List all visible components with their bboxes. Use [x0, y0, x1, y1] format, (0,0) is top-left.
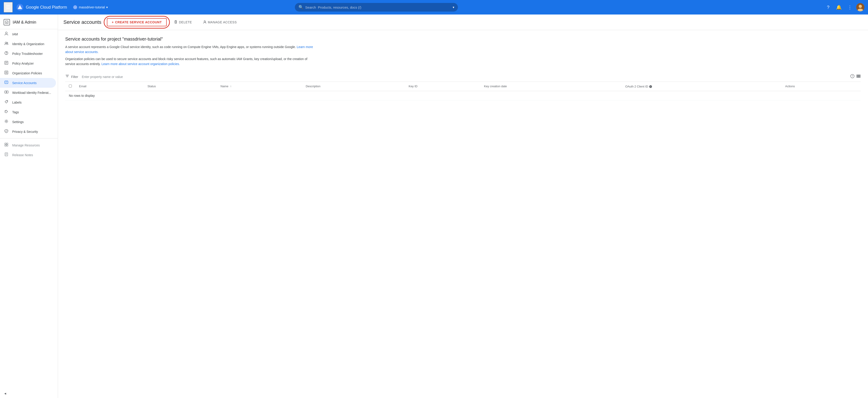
manage-access-button-label: MANAGE ACCESS [208, 20, 237, 24]
manage-access-button[interactable]: MANAGE ACCESS [199, 18, 241, 26]
create-service-account-button[interactable]: + CREATE SERVICE ACCOUNT [107, 18, 167, 26]
notifications-icon[interactable]: 🔔 [835, 3, 843, 12]
iam-icon [4, 31, 9, 37]
sidebar-item-iam[interactable]: IAM [0, 29, 56, 39]
svg-rect-6 [5, 21, 8, 24]
col-key-id: Key ID [405, 82, 480, 91]
tags-icon [4, 110, 9, 115]
svg-point-7 [5, 32, 7, 34]
service-accounts-table: Email Status Name ↑ Description [65, 82, 861, 101]
create-button-wrapper: + CREATE SERVICE ACCOUNT [107, 18, 167, 26]
sidebar-item-label: IAM [12, 32, 18, 36]
select-all-header [65, 82, 75, 91]
sidebar-item-label: Release Notes [12, 153, 33, 157]
collapse-icon: ◄ [4, 392, 7, 395]
app-logo: Google Cloud Platform [16, 4, 67, 11]
sidebar-item-label: Service Accounts [12, 81, 36, 85]
sidebar-item-workload-identity[interactable]: Workload Identity Federat... [0, 88, 56, 97]
manage-resources-icon [4, 143, 9, 148]
svg-rect-30 [6, 143, 8, 144]
page-header: Service accounts + CREATE SERVICE ACCOUN… [58, 15, 868, 30]
sidebar-item-labels[interactable]: Labels [0, 97, 56, 107]
svg-rect-45 [859, 75, 860, 78]
sidebar-item-label: Workload Identity Federat... [12, 91, 51, 94]
policy-analyzer-icon [4, 61, 9, 66]
sidebar-item-settings[interactable]: Settings [0, 117, 56, 127]
sidebar-item-label: Settings [12, 120, 24, 124]
sidebar-item-policy-troubleshooter[interactable]: Policy Troubleshooter [0, 49, 56, 58]
sidebar-item-identity-org[interactable]: Identity & Organization [0, 39, 56, 49]
name-sort-icon: ↑ [230, 85, 231, 88]
sidebar-item-label: Policy Troubleshooter [12, 52, 43, 56]
empty-state-message: No rows to display [65, 91, 861, 100]
filter-help-icon[interactable]: ? [850, 74, 855, 79]
gcp-logo-icon [16, 4, 24, 11]
sidebar-item-label: Tags [12, 110, 19, 114]
sidebar-item-label: Policy Analyzer [12, 62, 34, 65]
svg-point-4 [859, 5, 862, 8]
col-key-creation-date: Key creation date [480, 82, 622, 91]
content-title: Service accounts for project "massdriver… [65, 36, 861, 42]
sidebar-item-manage-resources[interactable]: Manage Resources [0, 140, 56, 150]
svg-rect-24 [6, 91, 8, 93]
delete-button-label: DELETE [179, 20, 192, 24]
manage-access-icon [203, 20, 207, 25]
sidebar-divider [0, 138, 58, 139]
filter-label: Filter [71, 75, 78, 79]
org-policies-icon [4, 70, 9, 76]
svg-rect-20 [5, 81, 8, 84]
search-input[interactable] [305, 5, 451, 9]
policy-troubleshooter-icon [4, 51, 9, 56]
delete-button[interactable]: DELETE [170, 18, 195, 26]
svg-point-9 [7, 42, 8, 44]
svg-text:?: ? [650, 86, 651, 88]
sidebar-title: IAM & Admin [13, 20, 36, 25]
workload-identity-icon [4, 90, 9, 95]
col-oauth2-client-id: OAuth 2 Client ID ? [622, 82, 781, 91]
sidebar-item-label: Privacy & Security [12, 130, 38, 134]
col-name[interactable]: Name ↑ [217, 82, 302, 91]
learn-more-org-policies-link[interactable]: Learn more about service account organiz… [101, 62, 180, 66]
svg-rect-32 [6, 145, 8, 146]
content-area: Service accounts for project "massdriver… [58, 30, 868, 107]
search-bar[interactable]: 🔍 ▾ [295, 3, 458, 11]
svg-text:?: ? [852, 75, 853, 78]
project-selector[interactable]: massdriver-tutorial ▾ [71, 4, 110, 11]
col-email: Email [75, 82, 144, 91]
top-navigation: ☰ Google Cloud Platform massdriver-tutor… [0, 0, 868, 15]
sidebar-item-label: Organization Policies [12, 72, 42, 75]
svg-point-8 [5, 42, 7, 44]
col-actions: Actions [781, 82, 861, 91]
help-icon[interactable]: ? [824, 3, 833, 12]
sidebar-collapse-button[interactable]: ◄ [0, 389, 58, 398]
svg-rect-31 [5, 145, 6, 146]
nav-actions: ? 🔔 ⋮ [824, 3, 864, 12]
svg-point-26 [7, 101, 7, 102]
sidebar-item-privacy-security[interactable]: Privacy & Security [0, 127, 56, 137]
svg-rect-23 [5, 91, 6, 93]
column-selector-icon[interactable] [856, 74, 861, 80]
settings-icon [4, 119, 9, 124]
sidebar-item-label: Identity & Organization [12, 42, 44, 46]
filter-input[interactable] [80, 74, 848, 80]
sidebar-item-org-policies[interactable]: Organization Policies [0, 68, 56, 78]
oauth2-help-icon[interactable]: ? [649, 85, 652, 88]
search-expand-icon[interactable]: ▾ [453, 5, 454, 9]
labels-icon [4, 100, 9, 105]
sidebar-item-tags[interactable]: Tags [0, 107, 56, 117]
user-avatar[interactable] [856, 3, 864, 11]
main-content: Service accounts + CREATE SERVICE ACCOUN… [58, 15, 868, 398]
content-description-2: Organization policies can be used to sec… [65, 56, 314, 67]
svg-point-28 [6, 120, 7, 122]
content-description-1: A service account represents a Google Cl… [65, 45, 314, 55]
privacy-security-icon [4, 129, 9, 134]
more-options-icon[interactable]: ⋮ [845, 3, 855, 12]
search-icon: 🔍 [299, 5, 304, 10]
sidebar-item-policy-analyzer[interactable]: Policy Analyzer [0, 58, 56, 68]
sidebar-item-release-notes[interactable]: Release Notes [0, 150, 56, 160]
create-plus-icon: + [112, 20, 114, 24]
col-description: Description [302, 82, 405, 91]
hamburger-menu[interactable]: ☰ [4, 2, 13, 12]
select-all-checkbox[interactable] [69, 85, 72, 87]
sidebar-item-service-accounts[interactable]: Service Accounts [0, 78, 56, 88]
